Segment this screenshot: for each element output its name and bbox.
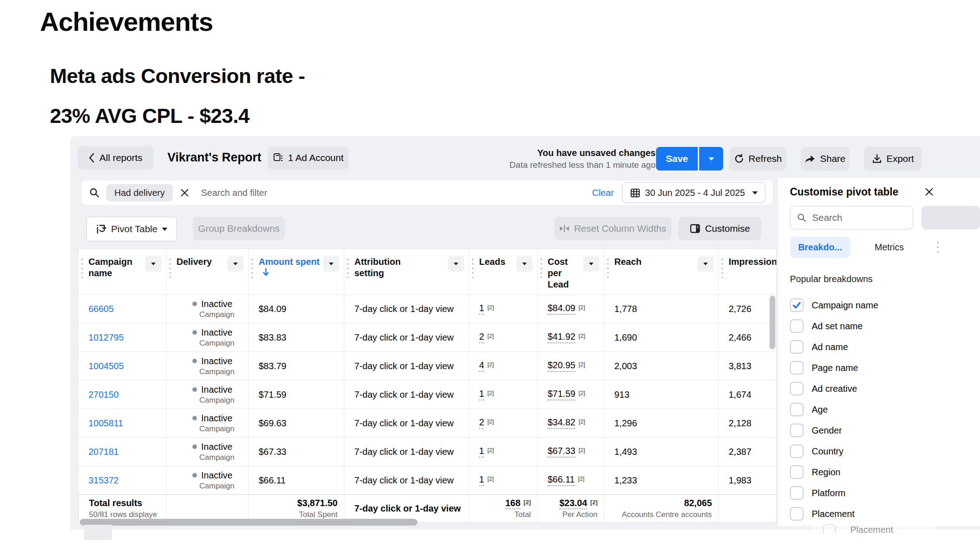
save-button[interactable]: Save [656, 147, 698, 171]
save-dropdown-button[interactable] [699, 147, 723, 171]
close-icon[interactable] [924, 187, 934, 197]
leads-cell: 1[2] [469, 438, 537, 466]
column-drag-handle[interactable] [169, 257, 171, 278]
panel-search-placeholder: Search [812, 212, 843, 223]
column-drag-handle[interactable] [540, 257, 542, 278]
table-row[interactable]: 207181 Inactive Campaign $67.33 7-day cl… [78, 437, 776, 466]
column-header-attribution-setting[interactable]: Attribution setting [344, 249, 469, 294]
impressions-cell: 1,674 [718, 380, 776, 409]
checkbox-label: Ad creative [812, 384, 857, 394]
column-menu-button[interactable] [697, 256, 714, 272]
column-label: Impressions [729, 257, 776, 267]
checkbox-unchecked[interactable] [790, 486, 804, 500]
status-dot [192, 444, 197, 449]
panel-secondary-button[interactable] [921, 206, 980, 229]
checkbox-row-campaign-name[interactable]: Campaign name [790, 295, 878, 316]
column-header-campaign-name[interactable]: Campaign name [78, 249, 166, 294]
delivery-cell: Inactive Campaign [166, 438, 248, 466]
impressions-cell: 2,466 [718, 323, 776, 351]
delivery-cell: Inactive Campaign [166, 295, 248, 323]
checkbox-row-gender[interactable]: Gender [790, 420, 878, 441]
attribution-cell: 7-day click or 1-day view [344, 466, 469, 494]
checkbox-row-age[interactable]: Age [790, 399, 878, 420]
checkbox-row-platform[interactable]: Platform [790, 483, 878, 503]
remove-filter-icon[interactable] [180, 188, 189, 197]
all-reports-button[interactable]: All reports [78, 146, 153, 170]
customise-button[interactable]: Customise [678, 217, 761, 240]
checkbox-row-ad-set-name[interactable]: Ad set name [790, 316, 878, 336]
campaign-link[interactable]: 66605 [78, 295, 166, 323]
share-button[interactable]: Share [801, 147, 849, 171]
table-row[interactable]: 1004505 Inactive Campaign $83.79 7-day c… [78, 351, 776, 380]
checkbox-unchecked[interactable] [790, 319, 804, 333]
campaign-link[interactable]: 1005811 [78, 409, 166, 437]
table-row[interactable]: 270150 Inactive Campaign $71.59 7-day cl… [78, 380, 776, 409]
campaign-link[interactable]: 1004505 [78, 352, 166, 380]
column-drag-handle[interactable] [472, 257, 474, 278]
search-filter-bar[interactable]: Had delivery Search and filter Clear 30 … [82, 180, 773, 205]
checkbox-label: Region [812, 467, 840, 478]
column-menu-button[interactable] [583, 256, 599, 272]
reset-column-widths-button[interactable]: Reset Column Widths [554, 217, 671, 240]
column-menu-button[interactable] [448, 256, 464, 272]
column-header-cost-per-lead[interactable]: Cost per Lead [537, 249, 604, 294]
delivery-cell: Inactive Campaign [166, 380, 248, 409]
checkbox-unchecked[interactable] [790, 340, 804, 354]
checkbox-unchecked[interactable] [790, 424, 804, 437]
column-drag-handle[interactable] [347, 257, 349, 278]
column-header-amount-spent[interactable]: Amount spent [248, 249, 344, 294]
campaign-link[interactable]: 270150 [78, 380, 166, 409]
panel-drag-handle [937, 240, 939, 254]
checkbox-checked[interactable] [790, 298, 804, 312]
checkbox-unchecked[interactable] [790, 444, 804, 458]
checkbox-row-country[interactable]: Country [790, 441, 878, 462]
tab-breakdowns[interactable]: Breakdo... [790, 237, 850, 258]
column-header-leads[interactable]: Leads [469, 249, 537, 294]
column-drag-handle[interactable] [721, 257, 723, 278]
campaign-link[interactable]: 315372 [78, 466, 166, 494]
checkbox-row-ad-name[interactable]: Ad name [790, 336, 878, 357]
checkbox-row-page-name[interactable]: Page name [790, 357, 878, 378]
column-drag-handle[interactable] [251, 257, 253, 278]
column-menu-button[interactable] [323, 256, 339, 272]
panel-search-input[interactable]: Search [790, 206, 913, 229]
campaign-link[interactable]: 1012795 [78, 323, 166, 351]
column-drag-handle[interactable] [607, 257, 609, 278]
checkbox-unchecked[interactable] [790, 403, 804, 416]
checkbox-unchecked[interactable] [790, 361, 804, 375]
filter-chip-had-delivery[interactable]: Had delivery [106, 184, 173, 201]
ghost-placement-label: Placement [850, 525, 893, 534]
table-row[interactable]: 315372 Inactive Campaign $66.11 7-day cl… [78, 466, 776, 494]
table-row[interactable]: 1012795 Inactive Campaign $83.83 7-day c… [78, 323, 776, 351]
table-row[interactable]: 66605 Inactive Campaign $84.09 7-day cli… [78, 294, 776, 323]
ad-account-button[interactable]: 1 Ad Account [268, 146, 348, 170]
refresh-button[interactable]: Refresh [730, 147, 786, 171]
column-menu-button[interactable] [145, 256, 162, 272]
leads-cell: 1[2] [469, 295, 537, 323]
date-range-button[interactable]: 30 Jun 2025 - 4 Jul 2025 [622, 182, 765, 203]
checkbox-row-ad-creative[interactable]: Ad creative [790, 378, 878, 399]
column-header-reach[interactable]: Reach [604, 249, 718, 294]
column-header-impressions[interactable]: Impressions [718, 249, 776, 294]
vertical-scrollbar[interactable] [769, 296, 775, 349]
checkbox-unchecked[interactable] [790, 465, 804, 479]
checkbox-row-region[interactable]: Region [790, 462, 878, 483]
column-menu-button[interactable] [516, 256, 533, 272]
column-drag-handle[interactable] [81, 257, 83, 278]
tab-metrics[interactable]: Metrics [864, 237, 914, 258]
table-row[interactable]: 1005811 Inactive Campaign $69.63 7-day c… [78, 409, 776, 437]
cost-per-lead-cell: $71.59[2] [537, 380, 604, 409]
column-header-delivery[interactable]: Delivery [166, 249, 248, 294]
campaign-link[interactable]: 207181 [78, 438, 166, 466]
horizontal-scrollbar[interactable] [80, 519, 417, 526]
clear-filters-link[interactable]: Clear [592, 188, 614, 198]
group-breakdowns-button[interactable]: Group Breakdowns [193, 217, 285, 240]
export-button[interactable]: Export [864, 147, 922, 171]
total-delivery-cell [166, 495, 248, 522]
checkbox-unchecked[interactable] [790, 507, 804, 521]
view-type-dropdown[interactable]: Pivot Table [86, 217, 177, 241]
column-menu-button[interactable] [227, 256, 244, 272]
checkbox-unchecked[interactable] [790, 382, 804, 395]
checkbox-row-placement[interactable]: Placement [790, 503, 878, 524]
delivery-cell: Inactive Campaign [166, 352, 248, 380]
